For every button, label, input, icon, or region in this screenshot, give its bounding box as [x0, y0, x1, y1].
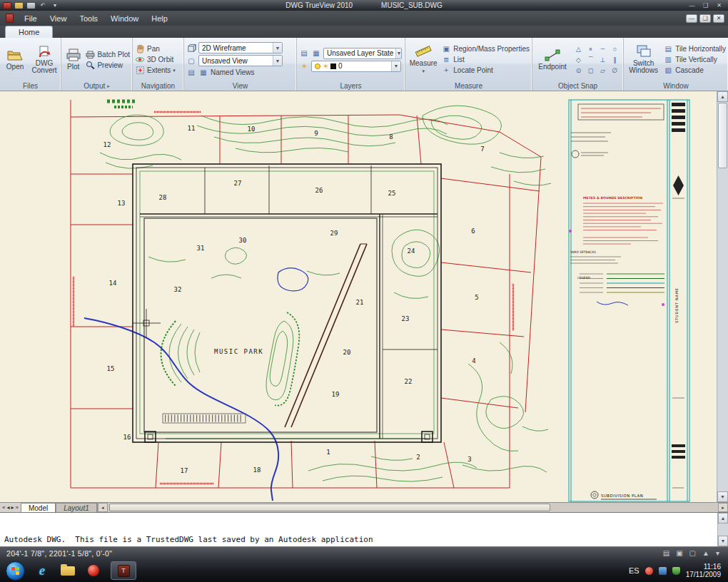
visual-style-combo[interactable]: 2D Wireframe ▼ — [198, 42, 283, 53]
snap-insertion-icon[interactable]: ◻ — [585, 65, 597, 76]
open-button[interactable]: Open — [2, 49, 28, 71]
output-dialog-launcher-icon[interactable]: ▸ — [107, 83, 110, 89]
last-tab-icon[interactable]: » — [15, 504, 18, 511]
command-scroll-down-icon[interactable]: ▼ — [718, 536, 728, 546]
tray-security-icon[interactable] — [672, 567, 680, 575]
menu-file[interactable]: File — [18, 13, 44, 24]
current-layer-combo-arrow[interactable]: ▼ — [391, 61, 400, 71]
plot-button[interactable]: Plot — [64, 48, 83, 71]
view-state-combo-arrow[interactable]: ▼ — [273, 56, 282, 66]
vertical-scroll-thumb[interactable] — [718, 103, 727, 168]
doc-restore-button[interactable]: ❑ — [699, 14, 711, 23]
named-views-button[interactable]: ▤ ▦ Named Views — [186, 68, 294, 77]
snap-node-icon[interactable]: ⊙ — [572, 65, 585, 76]
orbit-button[interactable]: 3D Orbit — [135, 55, 176, 64]
pan-button[interactable]: Pan — [135, 44, 176, 53]
first-tab-icon[interactable]: « — [2, 504, 5, 511]
switch-windows-button[interactable]: Switch Windows — [626, 45, 661, 74]
menu-window[interactable]: Window — [104, 13, 145, 24]
tile-horizontally-button[interactable]: ▤ Tile Horizontally — [663, 44, 726, 53]
drawing-canvas[interactable]: METES & BOUNDS DESCRIPTION YARD SETBACKS… — [0, 91, 728, 502]
menu-tools[interactable]: Tools — [73, 13, 104, 24]
lot-number-10: 10 — [248, 126, 256, 133]
menu-view[interactable]: View — [44, 13, 74, 24]
measure-dropdown-icon[interactable]: ▾ — [422, 68, 425, 75]
scroll-right-icon[interactable]: ▸ — [718, 503, 728, 512]
snap-center-icon[interactable]: ○ — [609, 44, 621, 54]
view-state-combo[interactable]: Unsaved View ▼ — [198, 55, 283, 66]
layer-states-icon[interactable]: ▦ — [311, 48, 321, 58]
region-mass-properties-button[interactable]: ▣ Region/Mass Properties — [441, 44, 530, 53]
lot-number-25: 25 — [388, 190, 396, 197]
paper-space-icon[interactable]: ▤ — [663, 549, 669, 557]
dwg-convert-button[interactable]: DWG Convert — [30, 46, 59, 74]
extents-button[interactable]: Extents ▾ — [135, 66, 176, 75]
batch-plot-button[interactable]: Batch Plot — [85, 50, 130, 59]
horizontal-scroll-thumb[interactable] — [109, 504, 550, 511]
snap-none-icon[interactable]: ∅ — [609, 65, 621, 76]
doc-minimize-button[interactable]: — — [686, 14, 697, 23]
endpoint-button[interactable]: Endpoint — [535, 48, 570, 71]
tray-update-icon[interactable] — [645, 567, 653, 575]
layer-color-swatch[interactable] — [330, 63, 336, 69]
lot-number-28: 28 — [159, 194, 167, 201]
snap-midpoint-icon[interactable]: △ — [572, 44, 585, 54]
layer-freeze-sun-icon[interactable]: ☀ — [323, 63, 328, 69]
scroll-up-icon[interactable]: ▲ — [717, 91, 728, 102]
canvas-horizontal-scrollbar[interactable]: ◂ ▸ — [97, 503, 728, 512]
layer-isolate-icon[interactable]: ☀ — [299, 61, 309, 71]
document-icon[interactable] — [6, 14, 14, 23]
layer-state-combo-arrow[interactable]: ▼ — [395, 48, 401, 58]
explorer-folder-icon[interactable] — [59, 562, 76, 579]
layer-properties-icon[interactable]: ▤ — [299, 48, 309, 58]
taskbar-clock[interactable]: 11:16 17/11/2009 — [686, 563, 722, 578]
media-app-icon[interactable] — [85, 562, 102, 579]
extents-dropdown-icon[interactable]: ▾ — [173, 68, 176, 73]
scroll-down-icon[interactable]: ▼ — [717, 491, 728, 502]
snap-extension-icon[interactable]: ┄ — [597, 44, 609, 54]
preview-button[interactable]: Preview — [85, 61, 130, 70]
tile-vertically-button[interactable]: ▥ Tile Vertically — [663, 55, 726, 64]
music-park-label: MUSIC PARK — [214, 348, 263, 355]
current-layer-combo[interactable]: ☀ 0 ▼ — [311, 61, 401, 72]
cascade-button[interactable]: ▧ Cascade — [663, 66, 726, 75]
trueview-taskbar-button[interactable]: T — [111, 561, 136, 580]
scroll-left-icon[interactable]: ◂ — [98, 503, 108, 512]
status-menu-icon[interactable]: ▾ — [716, 549, 719, 557]
snap-tangent-icon[interactable]: ⌒ — [585, 54, 597, 65]
measure-button[interactable]: Measure ▾ — [408, 44, 439, 75]
canvas-vertical-scrollbar[interactable]: ▲ ▼ — [717, 91, 728, 502]
prev-tab-icon[interactable]: ◂ — [6, 504, 9, 511]
layer-state-combo[interactable]: Unsaved Layer State ▼ — [323, 48, 402, 59]
internet-explorer-icon[interactable]: e — [34, 562, 51, 579]
list-button[interactable]: ≣ List — [441, 55, 530, 64]
command-window[interactable]: Autodesk DWG. This file is a TrustedDWG … — [0, 512, 728, 547]
menu-help[interactable]: Help — [145, 13, 174, 24]
snap-perpendicular-icon[interactable]: ⊥ — [597, 54, 609, 65]
snap-quadrant-icon[interactable]: ◇ — [572, 54, 585, 65]
language-indicator[interactable]: ES — [629, 566, 639, 575]
quick-view-layouts-icon[interactable]: ▣ — [676, 549, 682, 557]
annotation-scale-icon[interactable]: ▲ — [702, 549, 709, 557]
snap-nearest-icon[interactable]: ▱ — [597, 65, 609, 76]
tab-layout1[interactable]: Layout1 — [56, 503, 97, 512]
panel-label-output[interactable]: Output▸ — [61, 81, 132, 91]
locate-point-button[interactable]: + Locate Point — [441, 66, 530, 75]
panel-files: Open DWG Convert Files — [0, 38, 61, 91]
visual-style-combo-arrow[interactable]: ▼ — [273, 43, 282, 53]
start-button[interactable] — [6, 561, 25, 581]
snap-parallel-icon[interactable]: ∥ — [609, 54, 621, 65]
tab-home[interactable]: Home — [5, 26, 53, 38]
system-tray: ES 11:16 17/11/2009 — [629, 563, 722, 578]
quick-view-drawings-icon[interactable]: ▢ — [689, 549, 696, 557]
doc-close-button[interactable]: ✕ — [713, 14, 724, 23]
layer-on-bulb-icon[interactable] — [315, 63, 320, 69]
list-icon: ≣ — [441, 55, 451, 64]
panel-label-layers: Layers — [297, 81, 405, 91]
command-scroll-up-icon[interactable]: ▲ — [718, 513, 728, 524]
tab-model[interactable]: Model — [21, 503, 56, 512]
command-scrollbar[interactable]: ▲ ▼ — [717, 513, 728, 546]
tray-network-icon[interactable] — [659, 567, 667, 575]
next-tab-icon[interactable]: ▸ — [11, 504, 14, 511]
snap-intersection-icon[interactable]: × — [585, 44, 597, 54]
